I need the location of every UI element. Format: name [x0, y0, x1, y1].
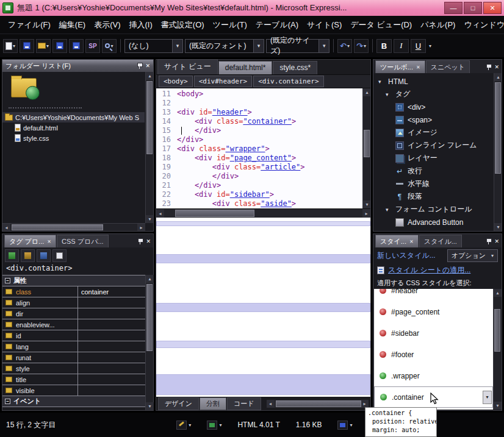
- toolbox-item[interactable]: ¶段落: [376, 190, 493, 203]
- style-item[interactable]: #footer: [374, 344, 493, 365]
- tag-property-row[interactable]: dir: [2, 308, 145, 319]
- scrollbar-thumb[interactable]: [146, 81, 153, 154]
- design-horizontal-scrollbar[interactable]: ◂ ▸: [267, 400, 369, 408]
- close-icon[interactable]: ✕: [494, 64, 499, 70]
- pin-icon[interactable]: [486, 63, 491, 71]
- scroll-down-icon[interactable]: ▾: [494, 402, 502, 410]
- close-icon[interactable]: ✕: [494, 238, 499, 244]
- panel-tab[interactable]: スタイ...✕: [375, 235, 419, 247]
- scrollbar-thumb[interactable]: [495, 82, 501, 174]
- view-tab[interactable]: 分割: [200, 397, 226, 410]
- toolbox-item[interactable]: ▾フォーム コントロール: [376, 203, 493, 216]
- tag-property-row[interactable]: runat: [2, 352, 145, 363]
- document-tab[interactable]: default.html*: [218, 61, 273, 74]
- pin-icon[interactable]: [137, 238, 143, 245]
- website-folder-icon[interactable]: [11, 78, 37, 98]
- toolbox-item[interactable]: ▾HTML: [376, 75, 493, 88]
- new-document-button[interactable]: ▾: [3, 39, 18, 53]
- collapse-icon[interactable]: −: [5, 278, 10, 283]
- rendered-div-block[interactable]: [156, 374, 370, 395]
- attach-stylesheet-link[interactable]: スタイル シートの適用...: [388, 265, 470, 275]
- options-button[interactable]: オプション▾: [447, 249, 498, 262]
- expand-arrow-icon[interactable]: ▾: [378, 79, 384, 85]
- scroll-left-icon[interactable]: ◂: [2, 224, 10, 231]
- tag-property-row[interactable]: id: [2, 330, 145, 341]
- toolbox-item[interactable]: ↵改行: [376, 165, 493, 177]
- save-all-button[interactable]: [69, 39, 84, 53]
- toolbox-item[interactable]: レイヤー: [376, 152, 493, 165]
- scroll-up-icon[interactable]: ▴: [494, 289, 502, 297]
- publish-button[interactable]: [20, 39, 34, 53]
- panel-tab[interactable]: タグ プロ...✕: [4, 235, 56, 247]
- title-bar[interactable]: 無題 1 (C:¥Users¥Yoshie¥Documents¥My Web S…: [0, 0, 504, 16]
- rendered-div-block[interactable]: [156, 221, 370, 226]
- file-item[interactable]: style.css: [2, 133, 145, 143]
- scrollbar-thumb[interactable]: [364, 130, 370, 157]
- property-value[interactable]: container: [78, 288, 145, 296]
- style-item[interactable]: #page_content: [374, 301, 493, 322]
- code-horizontal-scrollbar[interactable]: ◂ ▸: [156, 208, 370, 218]
- tag-properties-scrollbar[interactable]: ▴ ▾: [145, 275, 153, 410]
- code-vertical-scrollbar[interactable]: ▴ ▾: [362, 88, 370, 208]
- tag-property-row[interactable]: style: [2, 363, 145, 374]
- preview-browser-button[interactable]: ▾: [102, 39, 117, 53]
- new-style-link[interactable]: 新しいスタイル...: [377, 250, 436, 261]
- close-icon[interactable]: ✕: [146, 238, 151, 244]
- scroll-left-icon[interactable]: ◂: [267, 400, 275, 408]
- close-icon[interactable]: ✕: [409, 239, 414, 244]
- panel-tab[interactable]: スタイル...: [419, 235, 462, 247]
- scroll-right-icon[interactable]: ▸: [361, 400, 369, 408]
- menu-item[interactable]: データ ビュー(D): [346, 16, 416, 34]
- open-button[interactable]: ▾: [36, 39, 51, 53]
- toolbar-overflow-icon[interactable]: ▾: [429, 43, 431, 49]
- tag-property-row[interactable]: lang: [2, 341, 145, 352]
- menu-item[interactable]: パネル(P): [416, 16, 459, 34]
- scroll-right-icon[interactable]: ▸: [362, 209, 370, 218]
- close-icon[interactable]: ✕: [416, 65, 420, 70]
- scroll-down-icon[interactable]: ▾: [494, 223, 502, 231]
- doctype-status[interactable]: HTML 4.01 T: [237, 421, 279, 429]
- scroll-up-icon[interactable]: ▴: [146, 275, 154, 283]
- superpreview-button[interactable]: SP: [85, 39, 100, 53]
- attributes-section-header[interactable]: − 属性: [2, 275, 145, 286]
- document-tab[interactable]: サイト ビュー: [157, 59, 218, 74]
- scroll-down-icon[interactable]: ▾: [146, 402, 154, 410]
- scrollbar-thumb[interactable]: [12, 224, 103, 230]
- scrollbar-thumb[interactable]: [494, 309, 500, 352]
- toolbox-item[interactable]: ▾タグ: [376, 88, 493, 101]
- folder-list-header[interactable]: フォルダー リスト(F) ✕: [2, 60, 153, 72]
- close-icon[interactable]: ✕: [145, 63, 150, 69]
- expand-arrow-icon[interactable]: ▾: [386, 207, 392, 213]
- scroll-up-icon[interactable]: ▴: [494, 73, 502, 81]
- italic-button[interactable]: I: [394, 39, 409, 53]
- alphabetical-view-button[interactable]: [21, 249, 35, 262]
- scrollbar-thumb[interactable]: [276, 400, 361, 407]
- menu-item[interactable]: 書式設定(O): [157, 16, 209, 34]
- menu-item[interactable]: サイト(S): [303, 16, 346, 34]
- font-size-dropdown[interactable]: (既定のサイズ)▾: [266, 39, 329, 53]
- rendered-div-block[interactable]: [156, 303, 370, 312]
- panel-tab[interactable]: ツールボ...✕: [375, 60, 425, 73]
- close-icon[interactable]: ✕: [47, 239, 51, 244]
- menu-item[interactable]: ファイル(F): [4, 16, 55, 34]
- file-item[interactable]: default.html: [2, 123, 145, 133]
- visual-aids-status[interactable]: ▾: [176, 421, 191, 430]
- pin-icon[interactable]: [486, 238, 491, 245]
- tag-property-row[interactable]: title: [2, 374, 145, 385]
- pin-icon[interactable]: [137, 62, 142, 69]
- maximize-button[interactable]: □: [464, 2, 482, 14]
- chevron-down-icon[interactable]: ▾: [319, 40, 329, 52]
- tag-property-row[interactable]: visible: [2, 385, 145, 396]
- bold-button[interactable]: B: [376, 39, 392, 53]
- quick-tag-item[interactable]: <div#header>: [194, 76, 252, 87]
- undo-button[interactable]: ↶▾: [337, 39, 352, 53]
- rendered-div-block[interactable]: [156, 341, 370, 348]
- scrollbar-thumb[interactable]: [146, 284, 153, 351]
- dialog-launcher-button[interactable]: [52, 249, 67, 262]
- menu-item[interactable]: ツール(T): [209, 16, 251, 34]
- toolbox-item[interactable]: 水平線: [376, 177, 493, 190]
- tag-property-row[interactable]: classcontainer: [2, 286, 145, 297]
- chevron-down-icon[interactable]: ▾: [172, 40, 182, 52]
- styles-list-scrollbar[interactable]: ▴ ▾: [493, 289, 501, 410]
- panel-tab[interactable]: CSS プロパ...: [57, 235, 109, 247]
